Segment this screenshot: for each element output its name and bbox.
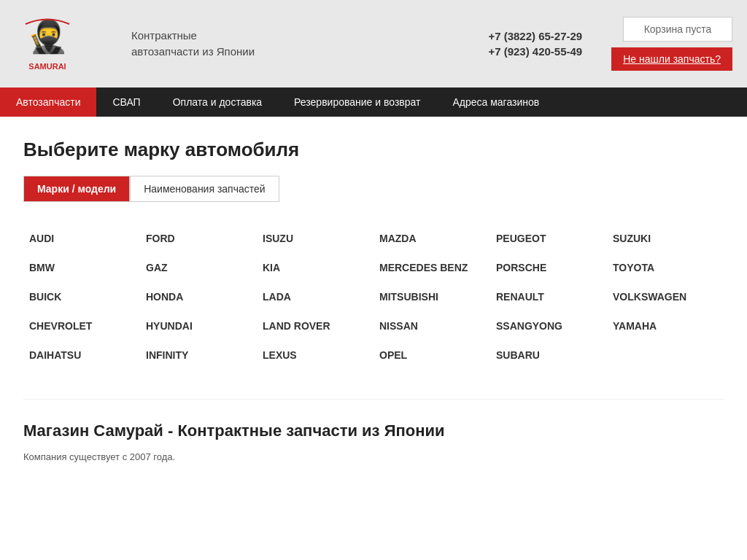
brand-item[interactable]: CHEVROLET [23,311,140,341]
site-header: 🥷 SAMURAI Контрактныеавтозапчасти из Япо… [0,0,747,88]
brand-item[interactable]: MAZDA [374,224,490,253]
brand-item[interactable]: LEXUS [257,341,374,370]
brand-item[interactable]: LADA [257,282,374,311]
brand-item[interactable]: PORSCHE [490,253,607,282]
main-nav: Автозапчасти СВАП Оплата и доставка Резе… [0,88,747,117]
tagline-text: Контрактныеавтозапчасти из Японии [131,29,255,58]
brand-item[interactable]: BMW [23,253,140,282]
brand-item[interactable]: LAND ROVER [257,311,374,341]
tab-marks-models[interactable]: Марки / модели [23,176,130,202]
phone2: +7 (923) 420-55-49 [488,45,582,58]
svg-text:🥷: 🥷 [28,18,68,55]
brand-item[interactable]: INFINITY [140,341,257,370]
footer-section-text: Компания существует с 2007 года. [23,451,724,462]
svg-text:SAMURAI: SAMURAI [28,62,66,71]
main-content: Выберите марку автомобиля Марки / модели… [9,117,738,484]
header-tagline: Контрактныеавтозапчасти из Японии [131,28,444,61]
nav-item-rezerv[interactable]: Резервирование и возврат [278,88,436,117]
header-cart-area: Корзина пуста Не нашли запчасть? [611,17,732,71]
page-title: Выберите марку автомобиля [23,139,724,161]
brand-item[interactable]: SUBARU [490,341,607,370]
brand-item[interactable]: SUZUKI [607,224,724,253]
brand-item[interactable]: FORD [140,224,257,253]
not-found-button[interactable]: Не нашли запчасть? [611,47,732,71]
brand-item[interactable]: YAMAHA [607,311,724,341]
logo[interactable]: 🥷 SAMURAI [15,11,80,77]
brand-item[interactable]: MITSUBISHI [374,282,490,311]
brand-item[interactable]: HONDA [140,282,257,311]
brand-item[interactable]: KIA [257,253,374,282]
nav-item-avtozapchasti[interactable]: Автозапчасти [0,88,96,117]
footer-section-title: Магазин Самурай - Контрактные запчасти и… [23,399,724,440]
brand-item[interactable]: HYUNDAI [140,311,257,341]
brand-item[interactable]: BUICK [23,282,140,311]
cart-status[interactable]: Корзина пуста [623,17,732,42]
brand-item[interactable]: TOYOTA [607,253,724,282]
tab-parts-names[interactable]: Наименования запчастей [130,176,279,202]
brand-item[interactable]: ISUZU [257,224,374,253]
brand-item[interactable]: AUDI [23,224,140,253]
brand-item[interactable]: OPEL [374,341,490,370]
brand-item[interactable]: DAIHATSU [23,341,140,370]
phone1: +7 (3822) 65-27-29 [488,30,582,42]
nav-item-swap[interactable]: СВАП [96,88,156,117]
brand-item[interactable]: SSANGYONG [490,311,607,341]
footer-section: Магазин Самурай - Контрактные запчасти и… [23,399,724,462]
brand-item[interactable]: RENAULT [490,282,607,311]
brand-item[interactable]: GAZ [140,253,257,282]
brand-item[interactable]: MERCEDES BENZ [374,253,490,282]
brand-item[interactable]: NISSAN [374,311,490,341]
brands-grid: AUDIFORDISUZUMAZDAPEUGEOTSUZUKIBMWGAZKIA… [23,224,724,370]
tabs-bar: Марки / модели Наименования запчастей [23,176,724,202]
brand-item [607,341,724,370]
header-phones: +7 (3822) 65-27-29 +7 (923) 420-55-49 [488,30,582,58]
brand-item[interactable]: PEUGEOT [490,224,607,253]
nav-item-adresa[interactable]: Адреса магазинов [436,88,555,117]
brand-item[interactable]: VOLKSWAGEN [607,282,724,311]
nav-item-oplata[interactable]: Оплата и доставка [157,88,278,117]
